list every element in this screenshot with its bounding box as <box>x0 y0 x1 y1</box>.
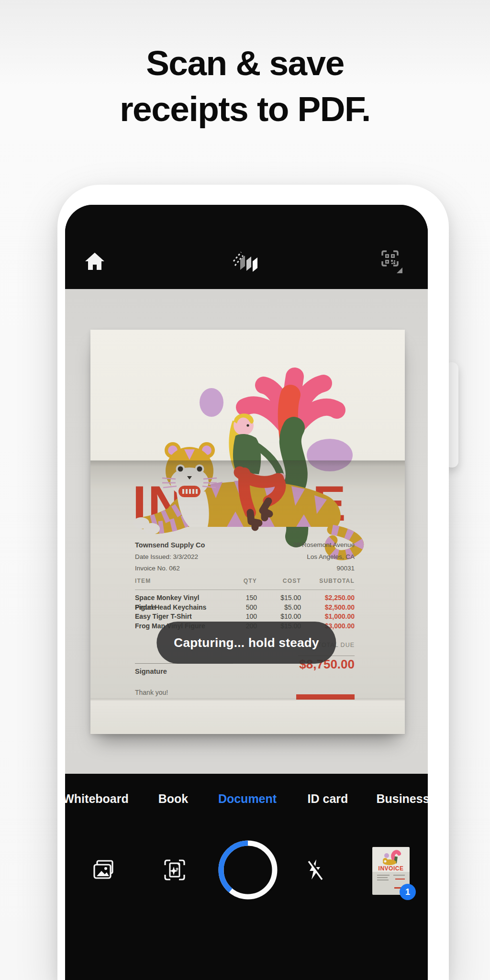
home-icon <box>84 265 106 273</box>
invoice-company: Townsend Supply Co <box>135 539 205 551</box>
phone-frame: INVOICE <box>57 185 449 980</box>
signature-label: Signature <box>135 668 167 675</box>
auto-capture-icon <box>162 876 187 884</box>
invoice-address-block: 28 Rosemont Avenue Los Angeles, CA 90031 <box>293 539 355 575</box>
tab-book[interactable]: Book <box>158 791 189 807</box>
mode-tabs: Whiteboard Book Document ID card Busines… <box>65 791 428 807</box>
scan-count-badge: 1 <box>400 884 416 900</box>
qr-code-icon <box>379 268 404 277</box>
phone-screen: INVOICE <box>65 205 428 980</box>
col-cost: COST <box>257 578 301 584</box>
thumbnail-invoice-title: INVOICE <box>372 865 410 872</box>
tab-id-card[interactable]: ID card <box>308 791 348 807</box>
camera-viewfinder[interactable]: INVOICE <box>65 289 428 774</box>
thumbnail-art <box>372 847 410 865</box>
home-button[interactable] <box>84 251 106 274</box>
invoice-company-block: Townsend Supply Co Date Issued: 3/3/2022… <box>135 539 205 575</box>
thank-you-text: Thank you! <box>135 689 168 696</box>
table-divider <box>135 590 355 590</box>
table-row: Easy Tiger T-Shirt 100 $10.00 $1,000.00 <box>135 612 355 622</box>
adobe-scan-logo-icon <box>233 266 261 274</box>
invoice-document: INVOICE <box>90 330 405 734</box>
lilac-circle <box>200 388 223 417</box>
address-line: Los Angeles, CA <box>293 551 355 563</box>
gallery-button[interactable] <box>91 859 116 883</box>
tab-document[interactable]: Document <box>218 791 277 807</box>
auto-capture-button[interactable] <box>162 858 187 884</box>
flash-button[interactable] <box>305 858 326 885</box>
qr-scan-button[interactable] <box>379 248 404 277</box>
headline-line-2: receipts to PDF. <box>0 86 490 132</box>
invoice-table-header: ITEM QTY COST SUBTOTAL <box>135 578 355 584</box>
table-row: Pedal Head Keychains 500 $5.00 $2,500.00 <box>135 603 355 612</box>
flash-off-icon <box>305 877 326 885</box>
col-item: ITEM <box>135 578 212 584</box>
gallery-icon <box>91 874 116 882</box>
shutter-progress-arc <box>221 843 248 891</box>
shutter-button[interactable] <box>214 836 281 905</box>
lilac-blob <box>307 439 353 471</box>
invoice-number: Invoice No. 062 <box>135 563 205 575</box>
col-qty: QTY <box>212 578 257 584</box>
col-subtotal: SUBTOTAL <box>301 578 355 584</box>
tab-business[interactable]: Business <box>376 791 428 807</box>
capture-toast-text: Capturing... hold steady <box>174 635 319 650</box>
camera-top-bar <box>65 205 428 289</box>
address-line: 28 Rosemont Avenue <box>293 539 355 551</box>
capture-toast: Capturing... hold steady <box>156 622 336 664</box>
headline-line-1: Scan & save <box>0 40 490 86</box>
tab-whiteboard[interactable]: Whiteboard <box>65 791 129 807</box>
adobe-scan-logo-button[interactable] <box>233 250 261 275</box>
address-line: 90031 <box>293 563 355 575</box>
table-row: Space Monkey Vinyl Figure 150 $15.00 $2,… <box>135 593 355 603</box>
page-title: Scan & save receipts to PDF. <box>0 40 490 132</box>
invoice-red-bar <box>296 694 355 700</box>
invoice-date: Date Issued: 3/3/2022 <box>135 551 205 563</box>
